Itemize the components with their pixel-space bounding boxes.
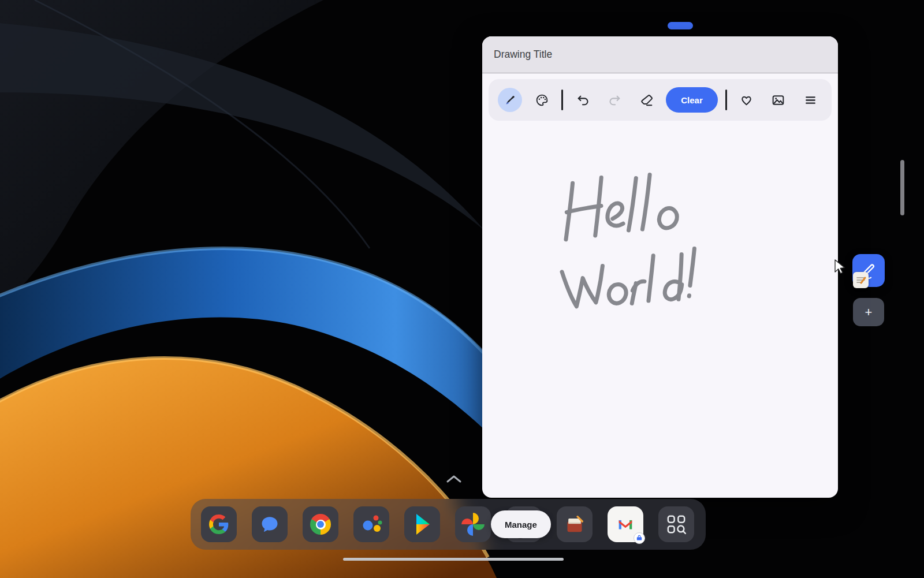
toolbar-divider — [725, 90, 727, 110]
floating-add-button[interactable]: + — [853, 298, 884, 326]
redo-icon — [608, 93, 622, 107]
clear-button[interactable]: Clear — [666, 87, 718, 113]
brush-icon — [503, 93, 517, 107]
window-title: Drawing Title — [494, 49, 552, 61]
redo-button[interactable] — [602, 88, 627, 112]
app-search-icon-tile[interactable] — [658, 506, 694, 542]
play-store-app-icon[interactable] — [404, 506, 440, 542]
undo-icon — [576, 93, 590, 107]
toolbar-divider — [561, 90, 563, 110]
handwriting-strokes — [482, 121, 838, 498]
messages-app-icon[interactable] — [252, 506, 288, 542]
note-pencil-icon — [855, 274, 867, 286]
work-profile-badge — [634, 532, 645, 544]
chevron-up-icon — [445, 473, 463, 484]
assistant-app-icon[interactable] — [353, 506, 389, 542]
android-desktop: Drawing Title — [0, 0, 924, 578]
google-app-icon[interactable] — [201, 506, 237, 542]
dock-expand-chevron[interactable] — [445, 473, 463, 484]
palette-tool-button[interactable] — [530, 88, 554, 112]
briefcase-icon — [636, 535, 643, 542]
drawing-app-window: Drawing Title — [482, 36, 838, 498]
manage-button[interactable]: Manage — [491, 510, 551, 538]
floating-note-badge — [853, 272, 869, 288]
taskbar-dock: Manage — [191, 499, 706, 550]
eraser-tool-button[interactable] — [634, 88, 658, 112]
books-app-icon[interactable] — [557, 506, 593, 542]
palette-icon — [535, 93, 549, 107]
chrome-app-icon[interactable] — [303, 506, 338, 542]
drawing-toolbar: Clear — [489, 79, 832, 121]
mouse-cursor — [834, 259, 847, 275]
menu-button[interactable] — [798, 88, 822, 112]
gesture-navigation-bar[interactable] — [343, 558, 564, 561]
insert-image-button[interactable] — [766, 88, 791, 112]
app-search-icon — [665, 513, 688, 536]
heart-icon — [739, 93, 754, 107]
image-icon — [771, 93, 785, 107]
photos-app-icon[interactable] — [455, 506, 491, 542]
window-body: Clear — [482, 73, 838, 498]
brush-tool-button[interactable] — [498, 88, 522, 112]
eraser-icon — [639, 93, 654, 107]
assistant-dots-icon — [353, 506, 389, 542]
add-button-label: + — [865, 305, 873, 320]
google-g-icon — [209, 514, 229, 534]
window-titlebar[interactable]: Drawing Title — [482, 36, 838, 73]
menu-icon — [803, 93, 818, 107]
photos-pinwheel-icon — [455, 506, 491, 542]
play-triangle-icon — [404, 506, 440, 542]
gmail-app-icon[interactable] — [608, 506, 643, 542]
floating-stylus-button[interactable] — [852, 254, 885, 287]
chat-bubble-icon — [259, 514, 280, 535]
edge-scrollbar[interactable] — [900, 160, 904, 215]
undo-button[interactable] — [571, 88, 595, 112]
gmail-m-icon — [616, 514, 635, 534]
book-icon — [563, 513, 586, 536]
window-drag-handle[interactable] — [668, 22, 693, 29]
chrome-icon — [310, 514, 331, 535]
favorite-button[interactable] — [735, 88, 759, 112]
drawing-canvas[interactable] — [482, 121, 838, 498]
